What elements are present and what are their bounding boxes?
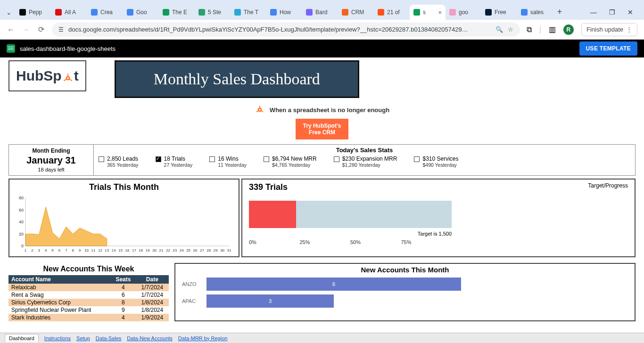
browser-tab[interactable]: Pepp	[16, 5, 51, 20]
browser-tab[interactable]: All A	[51, 5, 87, 20]
sidepanel-icon[interactable]: ▥	[549, 25, 556, 34]
site-info-icon[interactable]: ☰	[58, 26, 64, 33]
stat-sub: $1,280 Yesterday	[342, 162, 397, 168]
accounts-week-title: New Accounts This Week	[8, 263, 169, 275]
hbar-row: ANZO6	[182, 278, 628, 291]
browser-tab[interactable]: 5 Ste	[195, 5, 231, 20]
checkbox-icon[interactable]	[334, 156, 339, 162]
forward-icon[interactable]: →	[22, 25, 30, 34]
svg-text:27: 27	[200, 248, 204, 253]
browser-tab[interactable]: 21 of	[374, 5, 410, 20]
dashboard-banner: Monthly Sales Dashboard	[115, 60, 359, 98]
svg-text:40: 40	[19, 220, 24, 224]
window-restore-icon[interactable]: ❐	[609, 8, 615, 16]
back-icon[interactable]: ←	[7, 25, 15, 34]
favicon-icon	[234, 9, 241, 16]
extensions-icon[interactable]: ⧉	[527, 25, 532, 34]
browser-tab[interactable]: CRM	[338, 5, 374, 20]
svg-text:9: 9	[79, 248, 81, 253]
zoom-icon[interactable]: 🔍	[495, 26, 503, 33]
svg-text:0: 0	[21, 244, 24, 248]
browser-tab[interactable]: goo	[446, 5, 481, 20]
table-cell: 9	[111, 306, 136, 314]
sheet-tab[interactable]: Dashboard	[5, 334, 39, 342]
tab-title: sales	[530, 9, 544, 16]
spreadsheet-viewport[interactable]: HubSpt Monthly Sales Dashboard When a sp…	[0, 57, 644, 343]
tab-title: All A	[65, 9, 76, 16]
window-minimize-icon[interactable]: —	[590, 8, 597, 16]
checkbox-icon[interactable]	[99, 156, 104, 162]
progress-bar-track	[249, 201, 452, 228]
table-cell: 8	[111, 299, 136, 306]
browser-tab[interactable]: s×	[410, 5, 446, 20]
finish-update-label: Finish update	[586, 26, 623, 33]
tab-title: s	[423, 9, 426, 16]
stat-main: $230 Expansion MRR	[342, 155, 397, 162]
svg-text:7: 7	[65, 248, 67, 253]
sheet-tab[interactable]: Setup	[76, 335, 90, 341]
favicon-icon	[521, 9, 528, 16]
trials-chart-title: Trials This Month	[14, 182, 234, 192]
checkbox-icon[interactable]	[414, 156, 420, 162]
svg-text:4: 4	[45, 248, 47, 253]
stat-sub: $4,765 Yesterday	[272, 162, 317, 168]
stat-main: $6,794 New MRR	[272, 155, 317, 162]
table-row: Sirius Cybernetics Corp81/8/2024	[8, 299, 169, 306]
bookmark-icon[interactable]: ☆	[508, 26, 513, 33]
hbar-label: APAC	[182, 298, 202, 304]
sheets-icon	[7, 44, 15, 53]
favicon-icon	[55, 9, 62, 16]
checkbox-icon[interactable]	[209, 156, 215, 162]
sheet-tab[interactable]: Data-MRR by Region	[178, 335, 228, 341]
hbar: 6	[206, 278, 461, 291]
svg-text:19: 19	[146, 248, 150, 253]
reload-icon[interactable]: ⟳	[37, 25, 45, 34]
checkbox-icon[interactable]	[156, 156, 161, 162]
progress-tick: 50%	[350, 239, 401, 245]
sheet-tab[interactable]: Data-New Accounts	[127, 335, 173, 341]
finish-update-button[interactable]: Finish update ⋮	[581, 23, 637, 36]
stat-item: $230 Expansion MRR$1,280 Yesterday	[334, 155, 397, 168]
table-header: Account Name	[8, 275, 111, 284]
svg-text:28: 28	[206, 248, 211, 253]
favicon-icon	[485, 9, 492, 16]
browser-tab[interactable]: How	[266, 5, 302, 20]
table-cell: Relaxicab	[8, 284, 111, 291]
sprocket-icon	[255, 105, 265, 115]
browser-tab[interactable]: sales	[517, 5, 553, 20]
table-row: Springfield Nuclear Power Plant91/8/2024	[8, 306, 169, 314]
close-icon[interactable]: ×	[438, 9, 442, 16]
stats-title: Today's Sales Stats	[99, 147, 630, 154]
tab-search[interactable]: ⌄	[2, 8, 16, 20]
checkbox-icon[interactable]	[264, 156, 269, 162]
sheet-tab[interactable]: Instructions	[44, 335, 71, 341]
browser-tab[interactable]: The E	[159, 5, 195, 20]
stat-item: $6,794 New MRR$4,765 Yesterday	[264, 155, 317, 168]
sheet-tab[interactable]: Data-Sales	[96, 335, 121, 341]
profile-avatar[interactable]: R	[563, 24, 574, 35]
cta-button[interactable]: Try HubSpot's Free CRM	[296, 119, 349, 139]
sheet-tab-bar: DashboardInstructionsSetupData-SalesData…	[0, 333, 644, 343]
browser-tab[interactable]: Crea	[87, 5, 123, 20]
window-close-icon[interactable]: ✕	[627, 8, 633, 16]
browser-tab[interactable]: Free	[481, 5, 517, 20]
svg-text:3: 3	[38, 248, 41, 253]
accounts-month-panel: New Accounts This Month ANZO6APAC3	[174, 263, 636, 321]
svg-text:12: 12	[98, 248, 102, 253]
hubspot-logo: HubSpt	[8, 60, 86, 91]
stat-main: 16 Wins	[218, 155, 247, 162]
new-tab-button[interactable]: +	[553, 7, 566, 20]
browser-tab[interactable]: The T	[231, 5, 266, 20]
progress-right-label: Target/Progress	[588, 182, 628, 192]
tab-title: Goo	[136, 9, 147, 16]
progress-head: 339 Trials	[249, 182, 288, 192]
browser-tab[interactable]: Bard	[302, 5, 338, 20]
svg-text:14: 14	[112, 248, 116, 253]
favicon-icon	[163, 9, 169, 16]
trials-area-chart: 0204060801234567891011121314151617181920…	[14, 196, 231, 253]
browser-tab[interactable]: Goo	[123, 5, 159, 20]
progress-tick: 0%	[249, 239, 300, 245]
use-template-button[interactable]: USE TEMPLATE	[579, 41, 637, 56]
doc-title: sales-dashboard-file-google-sheets	[20, 45, 116, 52]
url-box[interactable]: ☰ docs.google.com/spreadsheets/d/1Rt_Pd9…	[52, 23, 520, 37]
